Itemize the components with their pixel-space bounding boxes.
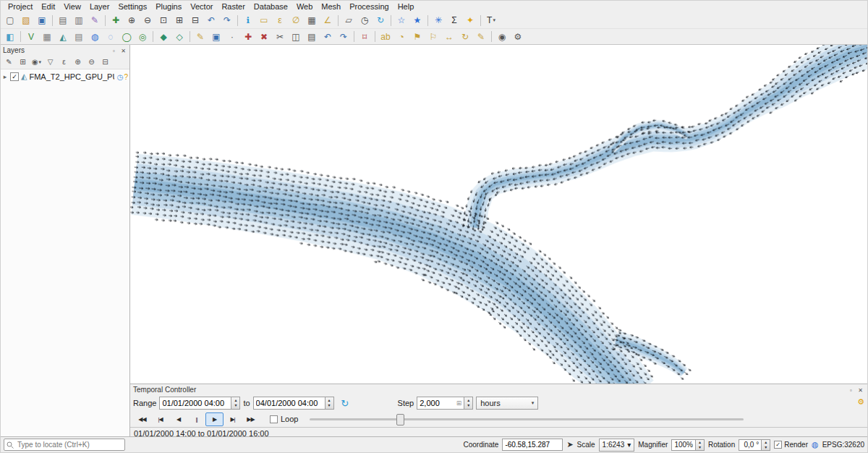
project-open-button[interactable]: ▧ [19, 14, 33, 27]
new-print-layout-button[interactable]: ▤ [56, 14, 70, 27]
menu-mesh[interactable]: Mesh [317, 2, 345, 11]
render-checkbox[interactable]: ✓ [774, 441, 782, 449]
menu-plugins[interactable]: Plugins [151, 2, 186, 11]
skip-to-start-button[interactable]: |◀ [151, 412, 169, 426]
layer-checkbox[interactable]: ✓ [10, 72, 19, 81]
refresh-map-button[interactable]: ↻ [373, 14, 388, 27]
zoom-full-button[interactable]: ⊡ [156, 14, 171, 27]
cut-features-button[interactable]: ✂ [273, 30, 287, 43]
expand-arrow-icon[interactable]: ▸ [2, 73, 8, 80]
new-map-view-button[interactable]: ▱ [341, 14, 356, 27]
highlight-pinned-labels-button[interactable]: ⚐ [426, 30, 441, 43]
delete-selected-button[interactable]: ✖ [257, 30, 271, 43]
show-bookmarks-button[interactable]: ★ [410, 14, 425, 27]
magnifier-spinbox[interactable]: 100% ▴▾ [671, 439, 705, 451]
remove-layer-button[interactable]: ⊟ [99, 56, 111, 68]
zoom-to-layer-button[interactable]: ⊟ [188, 14, 203, 27]
layer-item[interactable]: ▸ ✓ ◭ FMA_T2_HPC_GPU_PU1_1C ◷? [1, 71, 129, 82]
osm-place-search-button[interactable]: ◉ [495, 30, 509, 43]
menu-project[interactable]: Project [4, 2, 37, 11]
menu-help[interactable]: Help [393, 2, 419, 11]
range-start-spinner[interactable]: ▴▾ [231, 397, 240, 410]
measure-line-button[interactable]: ∠ [320, 14, 335, 27]
pin-labels-button[interactable]: ⚑ [410, 30, 425, 43]
temporal-controller-panel-button[interactable]: ◷ [357, 14, 372, 27]
add-vector-layer-button[interactable]: V [24, 30, 38, 43]
toggle-editing-button[interactable]: ✎ [193, 30, 208, 43]
menu-view[interactable]: View [59, 2, 85, 11]
pan-map-button[interactable]: ✚ [109, 14, 123, 27]
project-save-button[interactable]: ▣ [35, 14, 49, 27]
rotate-label-button[interactable]: ↻ [458, 30, 472, 43]
add-postgis-layer-button[interactable]: ◍ [88, 30, 102, 43]
scale-combo[interactable]: 1:6243 ▾ [599, 439, 635, 452]
open-attribute-table-button[interactable]: ▦ [305, 14, 319, 27]
add-wfs-layer-button[interactable]: ◎ [135, 30, 150, 43]
range-start-input[interactable] [159, 397, 231, 410]
menu-layer[interactable]: Layer [85, 2, 114, 11]
select-by-expression-button[interactable]: ε [273, 14, 287, 27]
coordinate-input[interactable] [502, 439, 563, 451]
menu-settings[interactable]: Settings [114, 2, 151, 11]
range-end-input[interactable] [253, 397, 326, 410]
step-spinner[interactable]: ▴▾ [464, 397, 473, 410]
zoom-in-button[interactable]: ⊕ [124, 14, 139, 27]
rotation-spinner[interactable]: ▴▾ [762, 439, 770, 451]
menu-database[interactable]: Database [250, 2, 292, 11]
style-manager-button[interactable]: ✎ [88, 14, 102, 27]
zoom-next-button[interactable]: ↷ [220, 14, 234, 27]
step-unit-combo[interactable]: hours ▾ [476, 397, 538, 410]
redo-button[interactable]: ↷ [336, 30, 351, 43]
step-input[interactable] [420, 399, 456, 407]
rotation-spinbox[interactable]: 0,0 ° ▴▾ [739, 439, 770, 451]
manage-map-themes-button[interactable]: ◉▾ [30, 56, 43, 68]
paste-features-button[interactable]: ▤ [305, 30, 319, 43]
data-source-manager-button[interactable]: ◧ [3, 30, 17, 43]
slider-handle[interactable] [396, 414, 404, 426]
vertex-tool-button[interactable]: ✚ [241, 30, 255, 43]
map-canvas[interactable] [130, 45, 867, 384]
previous-frame-button[interactable]: ◀ [169, 412, 187, 426]
add-point-feature-button[interactable]: ∙ [225, 30, 239, 43]
filter-by-expression-button[interactable]: ε [58, 56, 70, 68]
move-label-button[interactable]: ↔ [442, 30, 456, 43]
new-bookmark-button[interactable]: ☆ [394, 14, 409, 27]
select-features-button[interactable]: ▭ [257, 14, 271, 27]
expand-all-button[interactable]: ⊕ [72, 56, 84, 68]
skip-to-end-button[interactable]: ▶| [224, 412, 242, 426]
save-layer-edits-button[interactable]: ▣ [209, 30, 224, 43]
add-mesh-layer-button[interactable]: ◭ [56, 30, 70, 43]
show-map-tips-button[interactable]: ✦ [463, 14, 477, 27]
float-temporal-panel-button[interactable]: ▫ [847, 386, 855, 394]
zoom-to-selection-button[interactable]: ⊞ [172, 14, 187, 27]
close-panel-button[interactable]: ✕ [119, 47, 127, 55]
pause-button[interactable]: || [187, 412, 205, 426]
open-layer-styling-button[interactable]: ✎ [3, 56, 15, 68]
undo-button[interactable]: ↶ [320, 30, 335, 43]
play-backward-button[interactable]: ◀◀ [133, 412, 151, 426]
locate-input[interactable] [16, 440, 122, 449]
locate-search[interactable] [4, 439, 125, 451]
loop-checkbox[interactable]: ✓ [270, 415, 278, 423]
layer-diagram-button[interactable]: ◔ [394, 30, 409, 43]
zoom-last-button[interactable]: ↶ [204, 14, 218, 27]
menu-web[interactable]: Web [292, 2, 317, 11]
statistical-summary-button[interactable]: Σ [447, 14, 461, 27]
menu-vector[interactable]: Vector [186, 2, 217, 11]
layer-label[interactable]: FMA_T2_HPC_GPU_PU1_1C [29, 72, 114, 81]
crs-text[interactable]: EPSG:32620 [822, 441, 864, 449]
deselect-features-button[interactable]: ∅ [289, 14, 303, 27]
slider-track[interactable] [310, 418, 744, 420]
processing-toolbox-button[interactable]: ✳ [431, 14, 446, 27]
layout-manager-button[interactable]: ▥ [72, 14, 86, 27]
crs-globe-icon[interactable]: ◍ [812, 440, 819, 449]
step-spinbox[interactable]: ⊞ [417, 397, 464, 410]
copy-features-button[interactable]: ◫ [289, 30, 303, 43]
extents-toggle-icon[interactable]: ➤ [566, 440, 573, 449]
text-annotation-button[interactable]: T▾ [484, 14, 498, 27]
identify-features-button[interactable]: ℹ [241, 14, 255, 27]
add-delimited-text-layer-button[interactable]: ▤ [72, 30, 86, 43]
range-end-spinner[interactable]: ▴▾ [326, 397, 334, 410]
add-wms-layer-button[interactable]: ◯ [119, 30, 134, 43]
fast-forward-button[interactable]: ▶▶ [242, 412, 260, 426]
